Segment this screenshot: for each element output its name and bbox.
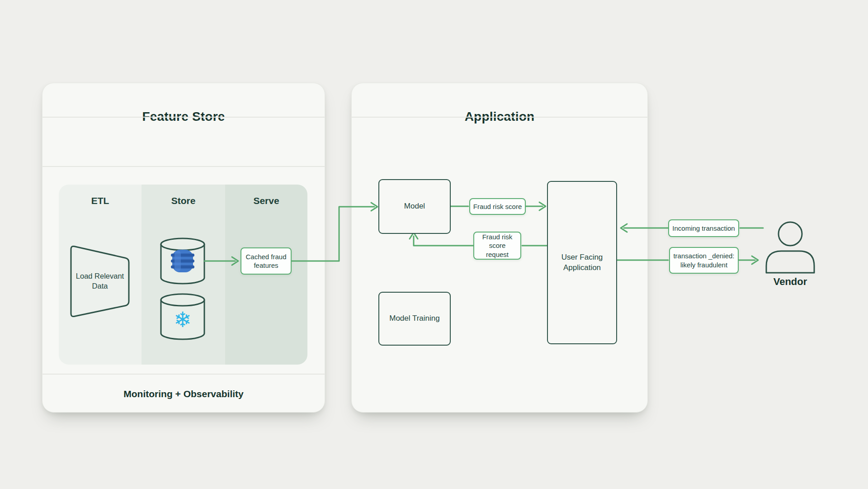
arrow-cached-features-to-model [292, 203, 377, 261]
snowflake-icon: ❄ [174, 307, 191, 332]
vendor-label: Vendor [763, 276, 817, 288]
load-relevant-data-label: Load Relevant Data [74, 263, 126, 299]
arrow-incoming-transaction-to-ufa [621, 224, 668, 232]
user-facing-application-box: User Facing Application [547, 181, 617, 344]
dynamodb-icon [171, 250, 194, 272]
transaction-denied-label: transaction _denied: likely fraudulent [669, 247, 739, 274]
incoming-transaction-label: Incoming transaction [668, 219, 739, 237]
vendor-icon [766, 222, 814, 273]
fraud-risk-score-label: Fraud risk score [469, 198, 526, 215]
arrow-transaction-denied-to-vendor [739, 256, 758, 264]
arrow-store-to-cached-features [204, 257, 238, 265]
architecture-diagram: Feature Store Registry Data schemas, fea… [0, 0, 868, 489]
model-box: Model [378, 179, 451, 234]
cached-fraud-features-box: Cached fraud features [241, 247, 292, 275]
arrow-score-request-to-model [410, 233, 473, 246]
arrow-fraud-risk-score-to-ufa [526, 202, 546, 210]
diagram-overlay: ❄ [0, 0, 868, 489]
fraud-risk-score-request-label: Fraud risk score request [473, 232, 521, 260]
model-training-box: Model Training [378, 292, 451, 346]
